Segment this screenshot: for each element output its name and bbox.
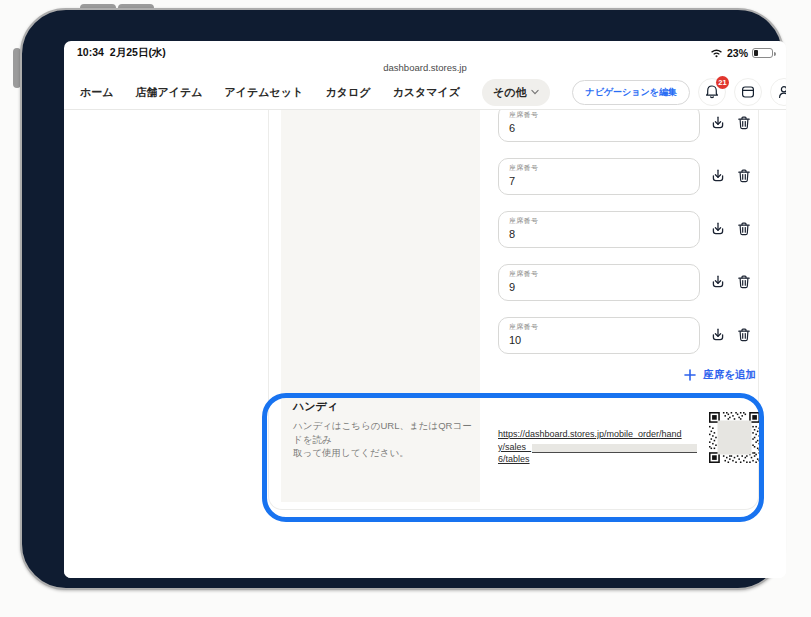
status-date: 2月25日(水) — [110, 46, 166, 58]
nav-item-store-items[interactable]: 店舗アイテム — [136, 85, 203, 100]
handy-qr-code — [709, 412, 760, 463]
chevron-down-icon — [531, 89, 539, 95]
battery-percent: 23% — [727, 47, 748, 59]
delete-seat-button[interactable] — [736, 115, 752, 131]
handy-section-info: ハンディ ハンディはこちらのURL、またはQRコードを読み 取って使用してくださ… — [293, 399, 473, 460]
seat-row: 座席番号 6 — [498, 110, 768, 142]
download-qr-button[interactable] — [710, 115, 726, 131]
nav-item-item-sets[interactable]: アイテムセット — [225, 85, 304, 100]
status-datetime: 10:342月25日(水) — [77, 46, 172, 60]
seat-row: 座席番号 8 — [498, 211, 768, 248]
add-seat-label: 座席を追加 — [703, 368, 756, 382]
handy-url-line1[interactable]: https://dashboard.stores.jp/mobile_order… — [498, 428, 710, 441]
seat-number-label: 座席番号 — [509, 269, 689, 279]
download-qr-button[interactable] — [710, 327, 726, 343]
dashboard-nav: ホーム 店舗アイテム アイテムセット カタログ カスタマイズ その他 ナビゲーシ… — [64, 75, 786, 110]
handy-title: ハンディ — [293, 399, 473, 414]
notifications-button[interactable]: 21 — [698, 78, 726, 106]
seat-number-input[interactable]: 座席番号 7 — [498, 158, 700, 195]
seat-number-input[interactable]: 座席番号 10 — [498, 317, 700, 354]
notification-badge: 21 — [716, 76, 729, 89]
seat-number-value: 9 — [509, 281, 689, 293]
nav-item-others-label: その他 — [493, 85, 527, 100]
plus-icon — [684, 369, 696, 381]
seat-number-value: 6 — [509, 122, 689, 134]
handy-description: ハンディはこちらのURL、またはQRコードを読み — [293, 419, 473, 446]
delete-seat-button[interactable] — [736, 327, 752, 343]
pos-register-icon — [740, 84, 756, 100]
seat-number-input[interactable]: 座席番号 9 — [498, 264, 700, 301]
page-content: 座席番号 6 座席番号 7 — [64, 110, 786, 578]
seat-number-label: 座席番号 — [509, 110, 689, 120]
seat-number-label: 座席番号 — [509, 322, 689, 332]
download-qr-button[interactable] — [710, 168, 726, 184]
nav-item-customize[interactable]: カスタマイズ — [392, 85, 460, 100]
status-time: 10:34 — [77, 46, 104, 58]
download-qr-button[interactable] — [710, 274, 726, 290]
seat-number-value: 10 — [509, 334, 689, 346]
seat-row: 座席番号 9 — [498, 264, 768, 301]
settings-card: 座席番号 6 座席番号 7 — [268, 110, 759, 510]
nav-item-catalog[interactable]: カタログ — [325, 85, 370, 100]
redacted-url-segment — [532, 444, 697, 453]
ipad-device-frame: 10:342月25日(水) 23% dashboard.stores.jp ホー… — [20, 8, 784, 590]
seat-number-input[interactable]: 座席番号 8 — [498, 211, 700, 248]
add-seat-button[interactable]: 座席を追加 — [684, 368, 756, 382]
seat-row: 座席番号 7 — [498, 158, 768, 195]
browser-url[interactable]: dashboard.stores.jp — [64, 62, 786, 73]
seat-number-label: 座席番号 — [509, 216, 689, 226]
person-icon — [776, 84, 786, 100]
nav-item-others[interactable]: その他 — [482, 79, 551, 106]
seat-number-label: 座席番号 — [509, 163, 689, 173]
delete-seat-button[interactable] — [736, 221, 752, 237]
battery-icon — [752, 48, 773, 58]
screen: 10:342月25日(水) 23% dashboard.stores.jp ホー… — [64, 41, 786, 578]
handy-url-link: https://dashboard.stores.jp/mobile_order… — [498, 428, 710, 466]
wifi-icon — [710, 48, 723, 58]
handy-url-line2[interactable]: y/sales_ — [498, 441, 531, 454]
seat-row: 座席番号 10 — [498, 317, 768, 354]
status-bar: 10:342月25日(水) 23% — [77, 45, 773, 61]
edit-navigation-button[interactable]: ナビゲーションを編集 — [572, 80, 689, 105]
download-qr-button[interactable] — [710, 221, 726, 237]
handy-url-line3[interactable]: 6/tables — [498, 453, 710, 466]
pos-register-button[interactable] — [734, 78, 762, 106]
seat-number-value: 8 — [509, 228, 689, 240]
seat-number-value: 7 — [509, 175, 689, 187]
nav-item-home[interactable]: ホーム — [80, 85, 114, 100]
seat-rows: 座席番号 6 座席番号 7 — [498, 110, 768, 370]
delete-seat-button[interactable] — [736, 168, 752, 184]
delete-seat-button[interactable] — [736, 274, 752, 290]
account-button[interactable] — [770, 78, 786, 106]
seat-number-input[interactable]: 座席番号 6 — [498, 110, 700, 142]
handy-description: 取って使用してください。 — [293, 446, 473, 460]
